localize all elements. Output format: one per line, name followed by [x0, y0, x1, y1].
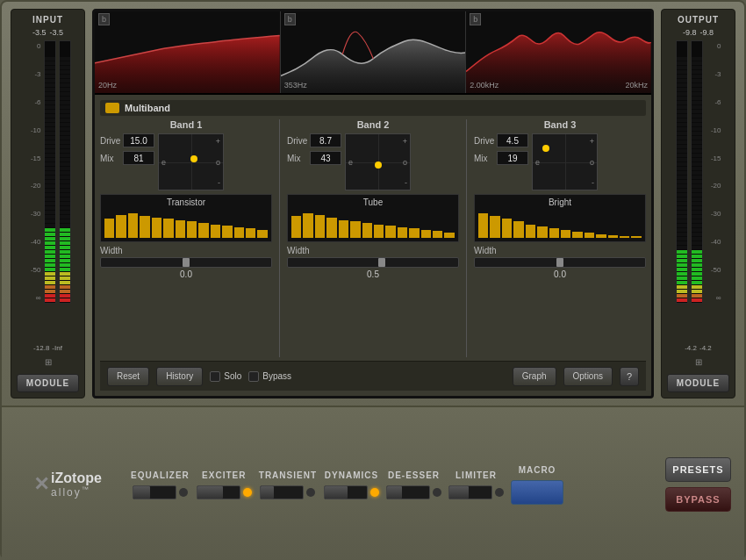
- logo-area: ✕ iZotope alloy™: [15, 471, 120, 499]
- band3-width-slider[interactable]: [474, 257, 646, 268]
- module-equalizer-controls: [133, 485, 188, 499]
- band3-mix-label: Mix: [474, 154, 493, 163]
- band2-width-value: 0.5: [287, 269, 459, 279]
- history-button[interactable]: History: [156, 367, 203, 386]
- input-meter-right: [59, 40, 71, 304]
- module-macro-label: MACRO: [519, 465, 556, 475]
- module-transient-label: TRANSIENT: [259, 470, 317, 480]
- input-label: INPUT: [32, 15, 63, 25]
- module-dynamics-led[interactable]: [370, 488, 379, 497]
- band4-freq: 20kHz: [626, 81, 649, 90]
- module-exciter-controls: [197, 485, 252, 499]
- band2-saturator: Tube: [287, 194, 459, 242]
- reset-button[interactable]: Reset: [107, 367, 149, 386]
- output-link-icon: ⊞: [695, 357, 702, 367]
- bypass-checkbox-item: Bypass: [248, 371, 291, 382]
- band1-mix-value[interactable]: 81: [123, 151, 154, 165]
- help-button[interactable]: ?: [620, 367, 639, 386]
- band2-column: Band 2 Drive 8.7 Mix 43: [287, 119, 459, 357]
- band1-width-label: Width: [100, 246, 272, 255]
- output-scale: 0-3-6-10-15-20-30-40-50∞: [706, 40, 721, 304]
- band3-xy-o: o: [590, 158, 594, 167]
- band1-mix-row: Mix 81: [100, 151, 154, 165]
- module-exciter-led[interactable]: [243, 488, 252, 497]
- band2-xy-e: e: [348, 158, 353, 167]
- band3-width-section: Width 0.0: [474, 246, 646, 279]
- side-buttons: PRESETS BYPASS: [665, 457, 731, 512]
- module-de-esser-slider[interactable]: [386, 485, 430, 499]
- band3-xy-grid-v: [565, 134, 566, 190]
- band3-column: Band 3 Drive 4.5 Mix 19: [474, 119, 646, 357]
- band1-drive-row: Drive 15.0: [100, 133, 154, 147]
- spectrum-band-3: b 2.00kHz 20kHz: [466, 11, 651, 93]
- band3-drive-row: Drive 4.5: [474, 133, 528, 147]
- band1-xy-minus: -: [218, 178, 220, 187]
- module-exciter-slider[interactable]: [197, 485, 240, 499]
- band3-xy-pad[interactable]: e o + -: [532, 133, 598, 190]
- solo-label: Solo: [224, 371, 241, 381]
- output-db-left: -9.8: [683, 28, 697, 37]
- band1-width-value: 0.0: [100, 269, 272, 279]
- band1-drive-value[interactable]: 15.0: [123, 133, 154, 147]
- solo-checkbox[interactable]: [210, 371, 220, 382]
- band1-width-thumb: [183, 258, 190, 267]
- band3-width-label: Width: [474, 246, 646, 255]
- band1-saturator: Transistor: [100, 194, 272, 242]
- band1-width-slider[interactable]: [100, 257, 272, 268]
- logo-izotope: iZotope: [51, 471, 102, 485]
- input-meter-left: [44, 40, 56, 304]
- multiband-label: Multiband: [125, 103, 170, 113]
- logo-alloy: alloy™: [51, 485, 102, 499]
- module-limiter-slider[interactable]: [448, 485, 492, 499]
- band3-freq: 2.00kHz: [470, 81, 499, 90]
- band2-drive-value[interactable]: 8.7: [310, 133, 341, 147]
- band2-mix-value[interactable]: 43: [310, 151, 341, 165]
- band1-width-section: Width 0.0: [100, 246, 272, 279]
- module-de-esser-controls: [386, 485, 441, 499]
- module-macro-controls: [511, 480, 563, 505]
- options-button[interactable]: Options: [563, 367, 613, 386]
- module-limiter-controls: [448, 485, 504, 499]
- output-db-right: -9.8: [700, 28, 714, 37]
- module-exciter-label: EXCITER: [202, 470, 246, 480]
- input-module-button[interactable]: MODULE: [17, 374, 79, 392]
- input-scale: 0-3-6-10-15-20-30-40-50∞: [25, 40, 41, 304]
- module-transient-controls: [260, 485, 315, 499]
- logo-x-icon: ✕: [33, 473, 49, 496]
- solo-checkbox-item: Solo: [210, 371, 241, 382]
- module-transient-led[interactable]: [306, 488, 315, 497]
- spectrum-band-2: b 353Hz: [281, 11, 467, 93]
- band1-column: Band 1 Drive 15.0 Mix 81: [100, 119, 272, 357]
- band1-xy-pad[interactable]: e o + -: [158, 133, 224, 190]
- bypass-button[interactable]: BYPASS: [665, 487, 731, 512]
- module-equalizer-led[interactable]: [179, 488, 188, 497]
- band1-controls: Drive 15.0 Mix 81: [100, 133, 272, 190]
- module-limiter-label: LIMITER: [455, 470, 497, 480]
- module-limiter-led[interactable]: [495, 488, 504, 497]
- band3-mix-value[interactable]: 19: [497, 151, 528, 165]
- output-module-button[interactable]: MODULE: [667, 374, 729, 392]
- module-dynamics-slider[interactable]: [324, 485, 368, 499]
- band2-mix-row: Mix 43: [287, 151, 341, 165]
- module-exciter: EXCITER: [197, 470, 252, 499]
- band2-xy-pad[interactable]: e o + -: [345, 133, 411, 190]
- band2-width-thumb: [378, 258, 385, 267]
- module-dynamics: DYNAMICS: [324, 470, 379, 499]
- band1-mix-label: Mix: [100, 154, 119, 163]
- module-equalizer-slider[interactable]: [133, 485, 176, 499]
- band2-title: Band 2: [287, 119, 459, 130]
- module-dynamics-label: DYNAMICS: [325, 470, 378, 480]
- band3-title: Band 3: [474, 119, 646, 130]
- presets-button[interactable]: PRESETS: [665, 457, 731, 482]
- module-equalizer: EQUALIZER: [131, 470, 190, 499]
- module-macro-button[interactable]: [511, 480, 563, 505]
- module-de-esser-led[interactable]: [433, 488, 441, 497]
- module-macro: MACRO: [511, 465, 563, 505]
- band3-drive-value[interactable]: 4.5: [497, 133, 528, 147]
- output-meter-right: [691, 40, 703, 304]
- band2-width-slider[interactable]: [287, 257, 459, 268]
- band1-drive-mix: Drive 15.0 Mix 81: [100, 133, 154, 190]
- bypass-checkbox[interactable]: [248, 371, 259, 382]
- graph-button[interactable]: Graph: [513, 367, 556, 386]
- module-transient-slider[interactable]: [260, 485, 304, 499]
